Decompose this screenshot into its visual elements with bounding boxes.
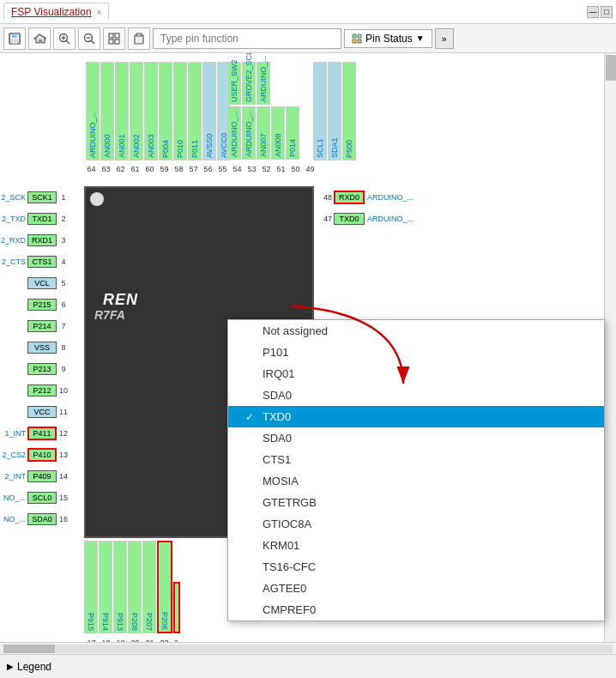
pin-box-2[interactable]: TXD1 (27, 213, 57, 225)
pin-status-button[interactable]: Pin Status ▼ (344, 29, 432, 48)
pin-row-8: VSS 8 (0, 336, 70, 358)
pin-box-8[interactable]: VSS (27, 342, 57, 354)
pin-row-7: P214 7 (0, 315, 70, 336)
pin-row-4: 2_CTS CTS1 4 (0, 251, 70, 272)
top-pin-p500: P500 (342, 62, 356, 160)
right-pin-row-47: 47 TXD0 ARDUINO_... (315, 208, 414, 229)
pin-box-12[interactable]: P411 (27, 427, 57, 440)
dropdown-item-p101[interactable]: P101 (228, 342, 604, 363)
pin-box-14[interactable]: P409 (27, 470, 57, 482)
title-bar: FSP Visualization × — □ (0, 0, 616, 24)
dropdown-item-krm01[interactable]: KRM01 (228, 535, 604, 556)
bottom-pin-p206: P206 (157, 541, 172, 633)
horizontal-scrollbar[interactable] (0, 642, 616, 654)
main-content: ARDUINO_... AN000 AN001 AN002 AN003 P004… (0, 53, 616, 678)
dropdown-item-ts16-cfc[interactable]: TS16-CFC (228, 556, 604, 578)
pin-box-3[interactable]: RXD1 (27, 234, 57, 246)
top-pin-label-59: P004 (159, 62, 172, 160)
svg-line-8 (91, 40, 94, 44)
pin-num-64: 64 (84, 165, 99, 173)
dropdown-item-irq01[interactable]: IRQ01 (228, 363, 604, 384)
pin-box-5[interactable]: VCL (27, 277, 57, 289)
pin-box-4[interactable]: CTS1 (27, 256, 57, 268)
pin-box-48[interactable]: RXD0 (334, 191, 365, 204)
pin-row-12: 1_INT P411 12 (0, 422, 70, 444)
pin-function-dropdown: Not assigned P101 IRQ01 SDA0 ✓ TXD0 SDA0 (227, 319, 605, 621)
bottom-pin-numbers: 17 18 19 20 21 22 2... (84, 639, 186, 642)
svg-rect-16 (353, 34, 356, 38)
hscroll-thumb[interactable] (3, 645, 55, 653)
pin-num-57: 57 (186, 165, 201, 173)
top-pin-label-57: P011 (188, 62, 202, 160)
diagram-area[interactable]: ARDUINO_... AN000 AN001 AN002 AN003 P004… (0, 53, 616, 642)
close-tab-icon[interactable]: × (97, 8, 102, 17)
top-pin-scl1: SCL1 (313, 62, 327, 160)
pin-box-9[interactable]: P213 (27, 363, 57, 375)
zoom-out-button[interactable] (78, 27, 100, 50)
pin-num-61: 61 (128, 165, 142, 173)
pin-num-60: 60 (142, 165, 157, 173)
bottom-pin-p914: P914 (99, 541, 112, 633)
dropdown-item-not-assigned[interactable]: Not assigned (228, 320, 604, 342)
svg-rect-2 (11, 39, 18, 44)
grid-button[interactable] (103, 27, 125, 50)
svg-rect-11 (115, 33, 119, 38)
pin-search-input[interactable] (153, 28, 341, 49)
pin-row-13: 2_CS2 P410 13 (0, 444, 70, 465)
hscroll-track[interactable] (3, 645, 613, 653)
pin-box-16[interactable]: SDA0 (27, 513, 57, 525)
home-button[interactable] (28, 27, 51, 50)
dropdown-item-agtee0[interactable]: AGTEE0 (228, 578, 604, 599)
more-button[interactable]: » (435, 28, 454, 49)
pin-box-7[interactable]: P214 (27, 320, 57, 332)
window-controls: — □ (587, 6, 613, 18)
win-min-btn[interactable]: — (587, 6, 599, 18)
top-extra-label-arduino: ARDUINO_... (257, 62, 270, 105)
top-pin-label-63: AN000 (100, 62, 114, 160)
pin-row-11: VCC 11 (0, 401, 70, 422)
top-pin-an007: AN007 (257, 106, 270, 160)
toolbar: Pin Status ▼ » (0, 24, 616, 53)
legend-bar[interactable]: ▶ Legend (0, 654, 616, 678)
zoom-in-button[interactable] (53, 27, 75, 50)
pin-row-3: 2_RXD RXD1 3 (0, 229, 70, 251)
pin-box-6[interactable]: P215 (27, 299, 57, 311)
pin-box-13[interactable]: P410 (27, 448, 57, 462)
dropdown-item-gtetrgb[interactable]: GTETRGB (228, 492, 604, 513)
pin-num-53: 53 (245, 165, 259, 173)
scrollbar-thumb[interactable] (606, 55, 616, 81)
vertical-scrollbar[interactable] (604, 53, 616, 642)
top-pin-label-62: AN001 (115, 62, 129, 160)
fsp-tab[interactable]: FSP Visualization × (3, 3, 109, 21)
dropdown-item-cts1[interactable]: CTS1 (228, 449, 604, 470)
pin-row-9: P213 9 (0, 358, 70, 379)
pin-box-47[interactable]: TXD0 (334, 213, 365, 225)
bottom-pins: P915 P914 P913 P208 P207 P206 (84, 541, 180, 633)
dropdown-item-cmpref0[interactable]: CMPREF0 (228, 599, 604, 620)
svg-rect-13 (115, 39, 119, 44)
svg-rect-10 (109, 33, 113, 38)
pin-box-10[interactable]: P212 (27, 384, 57, 397)
pin-box-1[interactable]: SCK1 (27, 191, 57, 203)
bottom-pin-p913: P913 (113, 541, 127, 633)
pin-num-54: 54 (230, 165, 245, 173)
top-pin-label-61: AN002 (130, 62, 143, 160)
top-pin-p014: P014 (286, 106, 299, 160)
clipboard-button[interactable] (128, 27, 150, 50)
top-pin-arduino2: ARDUINO_... (227, 106, 241, 160)
pin-box-11[interactable]: VCC (27, 406, 57, 418)
dropdown-item-mosia[interactable]: MOSIA (228, 470, 604, 492)
dropdown-item-sda0-2[interactable]: SDA0 (228, 427, 604, 449)
svg-line-4 (66, 40, 69, 44)
svg-rect-12 (109, 39, 113, 44)
dropdown-item-txd0[interactable]: ✓ TXD0 (228, 406, 604, 427)
top-extra-label-grove2: GROVE2_SCL_S... (242, 62, 256, 105)
dropdown-item-sda0-1[interactable]: SDA0 (228, 384, 604, 406)
svg-rect-18 (353, 39, 356, 43)
dropdown-item-gtioc8a[interactable]: GTIOC8A (228, 513, 604, 535)
bottom-pin-next (173, 582, 180, 633)
win-max-btn[interactable]: □ (601, 6, 613, 18)
pin-row-1: 2_SCK SCK1 1 (0, 186, 70, 208)
save-button[interactable] (3, 27, 26, 50)
pin-box-15[interactable]: SCL0 (27, 492, 57, 504)
